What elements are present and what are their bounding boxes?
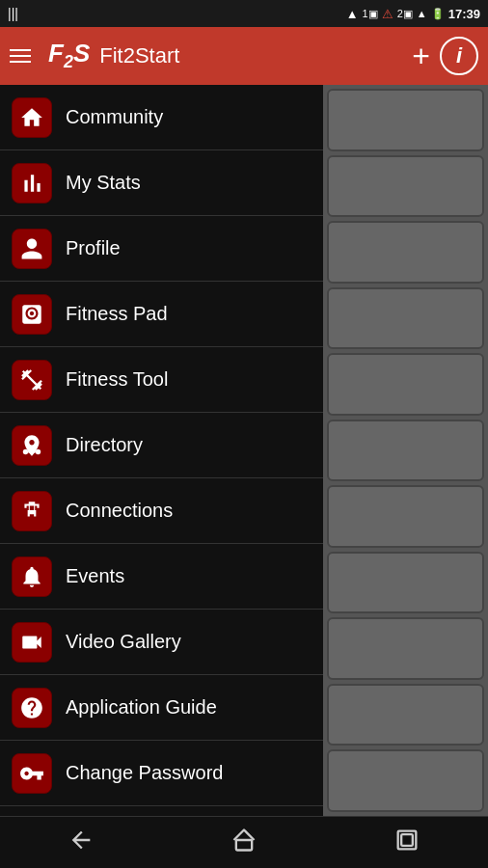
application-guide-label: Application Guide (66, 696, 217, 719)
fitness-pad-label: Fitness Pad (66, 303, 168, 325)
status-right-icons: ▲ 1▣ ⚠ 2▣ ▲ 🔋 17:39 (346, 7, 480, 21)
menu-status-icon: ||| (8, 6, 18, 21)
app-header: F2S Fit2Start + i (0, 27, 488, 85)
fitness-tool-icon (19, 367, 44, 393)
svg-point-0 (23, 448, 28, 453)
fitness-pad-icon (19, 302, 44, 327)
video-gallery-icon (19, 630, 44, 655)
fitness-tool-label: Fitness Tool (66, 368, 168, 391)
video-gallery-label: Video Gallery (66, 631, 181, 653)
svg-rect-3 (236, 840, 252, 851)
right-panel-item-9 (327, 617, 484, 680)
right-panel-item-7 (327, 485, 484, 548)
status-time: 17:39 (448, 7, 480, 21)
app-title: Fit2Start (99, 43, 402, 68)
logo-text: F2S (48, 39, 90, 72)
hamburger-line-1 (10, 49, 31, 51)
status-bar: ||| ▲ 1▣ ⚠ 2▣ ▲ 🔋 17:39 (0, 0, 488, 27)
add-button[interactable]: + (412, 41, 430, 71)
community-icon-box (12, 97, 52, 138)
home-icon (19, 105, 44, 130)
battery-icon: 🔋 (431, 8, 445, 20)
menu-item-application-guide[interactable]: Application Guide (0, 675, 323, 741)
menu-item-fitness-tool[interactable]: Fitness Tool (0, 347, 323, 413)
menu-item-community[interactable]: Community (0, 85, 323, 150)
status-left-icons: ||| (8, 6, 18, 21)
sim1-icon: 1▣ (363, 8, 378, 20)
recents-button[interactable] (374, 819, 440, 867)
my-stats-icon-box (12, 163, 52, 203)
hamburger-line-2 (10, 55, 31, 57)
connections-label: Connections (66, 500, 173, 522)
change-password-icon (19, 761, 44, 786)
app-logo: F2S (48, 39, 90, 72)
events-label: Events (66, 565, 124, 587)
fitness-pad-icon-box (12, 294, 52, 335)
community-label: Community (66, 106, 163, 128)
wifi-icon: ▲ (346, 7, 359, 21)
right-panel-item-3 (327, 221, 484, 284)
menu-item-directory[interactable]: Directory (0, 413, 323, 478)
directory-label: Directory (66, 434, 143, 456)
right-panel-item-2 (327, 155, 484, 218)
menu-item-my-stats[interactable]: My Stats (0, 150, 323, 216)
home-button[interactable] (211, 819, 277, 867)
back-icon (68, 827, 95, 854)
menu-item-events[interactable]: Events (0, 544, 323, 610)
stats-icon (19, 171, 44, 196)
signal-icon: ▲ (417, 8, 427, 19)
change-password-label: Change Password (66, 762, 223, 784)
menu-item-video-gallery[interactable]: Video Gallery (0, 610, 323, 675)
directory-icon-box (12, 425, 52, 466)
menu-item-connections[interactable]: Connections (0, 478, 323, 544)
bottom-navigation (0, 816, 488, 868)
menu-item-profile[interactable]: Profile (0, 216, 323, 282)
profile-label: Profile (66, 237, 121, 259)
svg-rect-5 (401, 834, 413, 846)
my-stats-label: My Stats (66, 172, 141, 194)
main-content: Community My Stats Profile (0, 85, 488, 816)
events-icon (19, 564, 44, 589)
right-panel-item-10 (327, 684, 484, 746)
right-panel-item-1 (327, 89, 484, 151)
events-icon-box (12, 556, 52, 597)
menu-list: Community My Stats Profile (0, 85, 323, 816)
menu-item-fitness-pad[interactable]: Fitness Pad (0, 282, 323, 347)
video-gallery-icon-box (12, 622, 52, 663)
connections-icon-box (12, 491, 52, 531)
application-guide-icon (19, 695, 44, 720)
hamburger-line-3 (10, 61, 31, 63)
header-actions: + i (412, 37, 478, 75)
menu-item-change-password[interactable]: Change Password (0, 741, 323, 806)
right-panel-item-4 (327, 287, 484, 350)
right-panel-item-11 (327, 749, 484, 812)
alert-icon: ⚠ (382, 7, 393, 21)
right-panel (323, 85, 488, 816)
change-password-icon-box (12, 753, 52, 794)
profile-icon (19, 236, 44, 261)
sim2-icon: 2▣ (397, 8, 413, 20)
right-panel-item-8 (327, 552, 484, 614)
svg-point-1 (36, 448, 41, 453)
connections-icon (19, 499, 44, 524)
right-panel-item-5 (327, 353, 484, 416)
info-button[interactable]: i (440, 37, 478, 75)
hamburger-menu-button[interactable] (10, 49, 39, 63)
back-button[interactable] (48, 819, 114, 867)
profile-icon-box (12, 229, 52, 269)
right-panel-item-6 (327, 420, 484, 482)
recents-icon (393, 827, 420, 854)
home-nav-icon (230, 827, 258, 854)
directory-icon (19, 433, 44, 458)
application-guide-icon-box (12, 688, 52, 728)
fitness-tool-icon-box (12, 360, 52, 400)
